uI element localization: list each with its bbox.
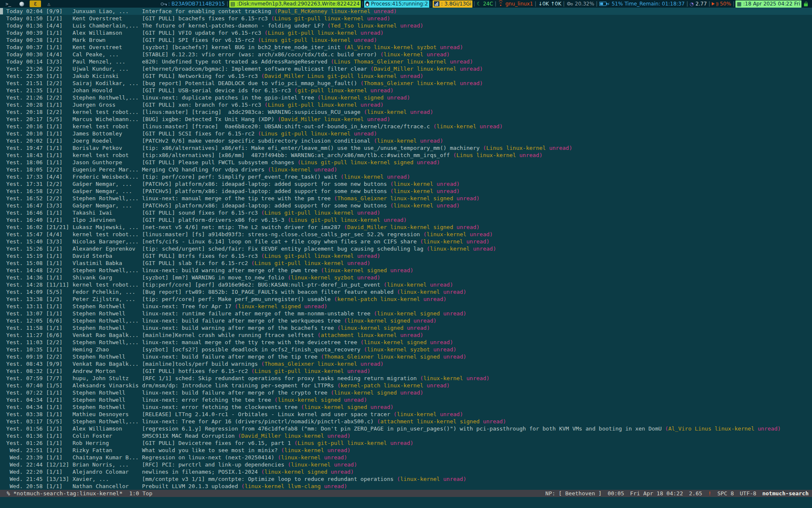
tag-linux-kernel[interactable]: linux-kernel [394, 188, 433, 194]
tag-linux-kernel[interactable]: linux-kernel [324, 15, 364, 22]
tag-Linus[interactable]: Linus [486, 145, 503, 151]
tag-linux-kernel[interactable]: linux-kernel [390, 224, 430, 230]
tag-linux-kernel[interactable]: linux-kernel [334, 389, 374, 396]
tag-unread[interactable]: unread [331, 469, 351, 475]
tag-unread[interactable]: unread [390, 440, 410, 446]
tag-signed[interactable]: signed [390, 318, 410, 324]
tag-unread[interactable]: unread [440, 44, 460, 50]
search-result-row[interactable]: Yest. 20:10 [1/1] James Bottomley [GIT P… [0, 130, 812, 137]
tag-unread[interactable]: unread [324, 454, 344, 461]
tag-linux-kernel[interactable]: linux-kernel [304, 368, 344, 374]
tag-unread[interactable]: unread [304, 303, 324, 309]
tag-unread[interactable]: unread [354, 37, 374, 43]
tag-unread[interactable]: unread [357, 274, 377, 281]
tag-unread[interactable]: unread [466, 238, 486, 245]
tag-Al_Viro[interactable]: Al_Viro [347, 44, 370, 50]
tag-linux-kernel[interactable]: linux-kernel [397, 411, 436, 417]
search-result-row[interactable]: Yest. 07:40 [1/5] Aleksandrs Vinarskis d… [0, 382, 812, 389]
search-result-row[interactable]: Yest. 09:19 [2/2] Stephen Rothwell linux… [0, 353, 812, 360]
search-result-row[interactable]: Yest. 16:47 [3/3] Gašper Nemgar, ... [PA… [0, 202, 812, 209]
tag-linux-kernel[interactable]: linux-kernel [324, 267, 364, 273]
tag-git-pull[interactable]: git-pull [327, 73, 354, 79]
tag-linux-kernel[interactable]: linux-kernel [278, 397, 318, 403]
tag-attachment[interactable]: attachment [321, 332, 354, 338]
tag-git-pull[interactable]: git-pull [321, 159, 347, 166]
tag-linux-kernel[interactable]: linux-kernel [400, 289, 440, 295]
tag-Linus[interactable]: Linus [298, 440, 314, 446]
search-result-row[interactable]: Yest. 08:32 [1/1] Andrew Morton [GIT PUL… [0, 367, 812, 375]
tag-Paul_E_McKenney[interactable]: Paul_E_McKenney [278, 8, 327, 14]
tag-unread[interactable]: unread [443, 310, 463, 317]
tag-linux-kernel[interactable]: linux-kernel [357, 332, 397, 338]
tag-Thomas_Gleixner[interactable]: Thomas_Gleixner [364, 80, 413, 86]
search-result-row[interactable]: Yest. 16:02 [21/21] Lukasz Majewski, ...… [0, 224, 812, 231]
search-result-row[interactable]: Yest. 23:26 [2/2] Ujwal Kundur, ... [eth… [0, 65, 812, 72]
tag-unread[interactable]: unread [357, 210, 377, 216]
tag-Thomas_Gleixner[interactable]: Thomas_Gleixner [324, 353, 373, 360]
tag-linux-kernel[interactable]: linux-kernel [384, 382, 423, 389]
search-result-row[interactable]: Yest. 21:35 [1/1] Johan Hovold [GIT PULL… [0, 87, 812, 94]
tag-unread[interactable]: unread [370, 87, 390, 94]
tag-Linus[interactable]: Linus [268, 102, 284, 108]
search-result-row[interactable]: Wed. 20:58 [1/1] Nathan Chancellor Prebu… [0, 483, 812, 490]
search-result-row[interactable]: Today 00:39 [1/1] Alex Williamson [GIT P… [0, 29, 812, 36]
tag-syzbot[interactable]: syzbot [410, 346, 430, 353]
search-result-row[interactable]: Yest. 20:17 [5/5] Marcus Wichelmann... [… [0, 116, 812, 123]
tag-linux-kernel[interactable]: linux-kernel [436, 123, 476, 130]
tag-unread[interactable]: unread [443, 289, 463, 295]
tag-unread[interactable]: unread [443, 353, 463, 360]
tag-linux-kernel[interactable]: linux-kernel [324, 116, 364, 122]
tag-unread[interactable]: unread [470, 231, 490, 237]
tag-unread[interactable]: unread [357, 253, 377, 259]
tag-git-pull[interactable]: git-pull [274, 368, 301, 374]
search-result-row[interactable]: Yest. 12:05 [6/6] Stephen Rothwell,... l… [0, 317, 812, 324]
search-result-row[interactable]: Yest. 16:40 [1/1] Ilpo Järvinen [GIT PUL… [0, 216, 812, 224]
tag-linux-kernel[interactable]: linux-kernel [351, 159, 390, 166]
tag-linux-kernel[interactable]: linux-kernel [291, 461, 331, 468]
tag-David_Miller[interactable]: David_Miller [281, 116, 321, 122]
tag-syzbot[interactable]: syzbot [334, 274, 354, 281]
tag-unread[interactable]: unread [400, 73, 420, 79]
tag-git-pull[interactable]: git-pull [281, 130, 307, 137]
tag-unread[interactable]: unread [354, 130, 374, 137]
tag-Linus[interactable]: Linus [291, 217, 307, 223]
search-result-row[interactable]: Yest. 11:27 [6/6] Venkat Rao Bagalk... [… [0, 331, 812, 339]
tag-unread[interactable]: unread [390, 267, 410, 273]
tag-linux-kernel[interactable]: linux-kernel [377, 138, 417, 144]
tag-linux-kernel[interactable]: linux-kernel [400, 476, 440, 482]
tag-unread[interactable]: unread [410, 109, 430, 115]
search-result-row[interactable]: Yest. 01:36 [1/1] Colin Foster SMSC911X … [0, 432, 812, 439]
search-result-row[interactable]: Yest. 14:36 [1/1] Shivank Garg [syzbot] … [0, 274, 812, 281]
tag-Thomas_Gleixner[interactable]: Thomas_Gleixner [264, 361, 314, 367]
tag-unread[interactable]: unread [427, 382, 447, 389]
tag-linux-kernel[interactable]: linux-kernel [340, 325, 380, 331]
tag-unread[interactable]: unread [367, 15, 387, 22]
tag-Linus[interactable]: Linus [456, 152, 473, 158]
tag-unread[interactable]: unread [360, 102, 380, 108]
tag-unread[interactable]: unread [370, 404, 390, 410]
tag-unread[interactable]: unread [314, 166, 334, 173]
tag-linux-kernel[interactable]: linux-kernel [314, 210, 354, 216]
search-result-row[interactable]: Yest. 20:18 [2/2] kernel test robot... [… [0, 108, 812, 116]
tag-unread[interactable]: unread [387, 174, 407, 180]
tag-linux-kernel[interactable]: linux-kernel [271, 166, 311, 173]
search-result-row[interactable]: Wed. 22:44 [12/12] Brian Norris, ... [RF… [0, 461, 812, 468]
tag-unread[interactable]: unread [367, 116, 387, 122]
tag-Linus[interactable]: Linus [255, 260, 271, 266]
search-result-row[interactable]: Yest. 03:38 [1/1] Mathieu Desnoyers [REL… [0, 411, 812, 418]
tag-linux-kernel[interactable]: linux-kernel [430, 246, 470, 252]
tag-linux-kernel[interactable]: linux-kernel [327, 87, 367, 94]
search-result-row[interactable]: Today 00:14 [3/3] Paul Menzel, ... e820:… [0, 58, 812, 65]
tag-linux-kernel[interactable]: linux-kernel [377, 353, 417, 360]
tag-unread[interactable]: unread [436, 202, 456, 209]
tag-linux-kernel[interactable]: linux-kernel [384, 51, 423, 58]
tag-linux-kernel[interactable]: linux-kernel [291, 274, 331, 281]
tag-llvm-clang[interactable]: llvm-clang [288, 483, 321, 489]
tag-linux-kernel[interactable]: linux-kernel [331, 8, 370, 14]
tag-linux-kernel[interactable]: linux-kernel [357, 73, 397, 79]
search-result-row[interactable]: Yest. 11:03 [2/2] Stephen Rothwell,... l… [0, 339, 812, 346]
buffer-name[interactable]: *notmuch-search-tag:linux-kernel* [13, 490, 122, 497]
tag-Linus[interactable]: Linus [274, 15, 291, 22]
tag-git-pull[interactable]: git-pull [288, 102, 314, 108]
tag-unread[interactable]: unread [360, 30, 380, 36]
